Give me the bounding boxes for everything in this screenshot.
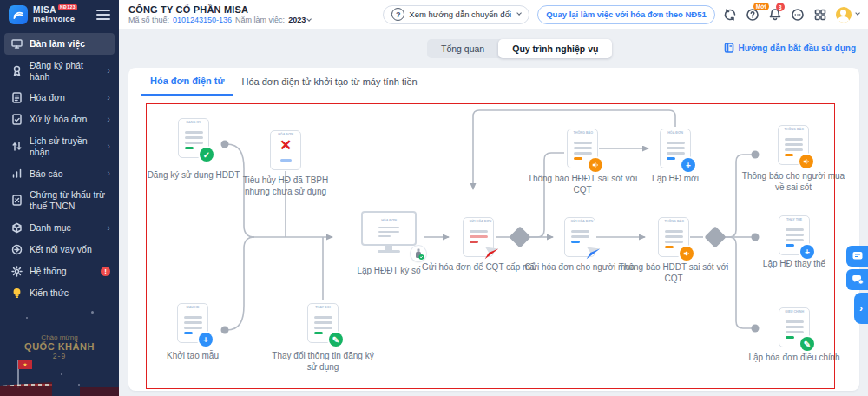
year-label: Năm làm việc: [235,16,285,24]
conversion-guide-dropdown[interactable]: ? Xem hướng dẫn chuyển đổi [383,5,529,24]
expand-panel-tab[interactable]: › [854,293,868,324]
flow-node-send-invoice-to-tax-authority[interactable]: GỬI HÓA ĐƠN Gửi hóa đơn để CQT cấp mã [422,217,535,274]
document-icon: THÔNG BÁO [658,217,689,257]
cube-icon [11,222,23,234]
back-to-nd51-button[interactable]: Quay lại làm việc với hóa đơn theo NĐ51 [537,5,715,24]
nd123-badge: NĐ123 [58,4,77,10]
invoice-icon [11,92,23,103]
chevron-down-icon [306,16,312,22]
sidebar-menu: Bàn làm việc Đăng ký phát hành› Hóa đơn›… [0,33,119,304]
paper-plane-red-icon [482,243,501,262]
flow-node-destroy-old-invoices[interactable]: HÓA ĐƠN ✕ Tiêu hủy HĐ đã TBPH nhưng chưa… [229,130,342,197]
chat-support-button[interactable] [846,269,868,290]
flow-node-create-adjustment-invoice[interactable]: ĐIỀU CHỈNH ✎ Lập hóa đơn điều chỉnh [738,307,851,364]
document-icon: GỬI HÓA ĐƠN [564,217,595,257]
notification-count-badge: 3 [776,3,785,11]
flow-node-create-replacement-invoice[interactable]: THAY THẾ + Lập HĐ thay thế [738,215,851,270]
avatar [836,7,852,23]
more-options-button[interactable] [791,7,806,22]
brand-text: MISANĐ123 meInvoice [33,6,77,23]
plus-badge-icon: + [681,158,695,172]
gear-icon [11,266,23,277]
banner-decoration [80,387,119,396]
flow-node-create-new-invoice[interactable]: HÓA ĐƠN + Lập HĐ mới [619,129,732,185]
working-year-select[interactable]: 2023 [288,16,311,24]
chevron-right-icon: › [107,223,110,233]
tab-overview[interactable]: Tổng quan [427,39,498,58]
book-icon [724,43,734,53]
sync-button[interactable] [723,7,738,22]
sidebar-item-invoice-processing[interactable]: Xử lý hóa đơn› [0,109,119,130]
flow-node-create-template[interactable]: MẪU HĐ + Khởi tạo mẫu [136,303,249,362]
tab-e-invoice[interactable]: Hóa đơn điện tử [141,68,233,96]
document-icon: HÓA ĐƠN ✕ [270,130,301,170]
sidebar-item-invoice[interactable]: Hóa đơn› [0,87,119,109]
paper-plane-blue-icon [583,243,602,262]
help-circle-icon: ? [391,8,404,21]
tax-code-link[interactable]: 0101243150-136 [173,16,232,24]
sidebar-item-transfer-history[interactable]: Lịch sử truyền nhận› [0,130,119,162]
whats-new-button[interactable]: Mới [746,7,760,22]
flow-node-change-registration-info[interactable]: THAY ĐỔI ✎ Thay đổi thông tin đăng ký sử… [266,303,379,373]
chevron-right-icon: › [107,168,110,178]
chevron-right-icon: › [107,115,110,124]
chevron-right-icon: › [107,142,110,151]
sidebar-item-reports[interactable]: Báo cáo› [0,162,119,184]
hamburger-menu-icon[interactable] [96,7,110,23]
sidebar-item-tax-deduction-docs[interactable]: Chứng từ khấu trừ thuế TNCN [0,184,119,216]
sidebar-item-issue-registration[interactable]: Đăng ký phát hành› [0,55,119,87]
company-name: CÔNG TY CỔ PHẦN MISA [128,4,311,16]
sidebar-item-loan-connection[interactable]: Kết nối vay vốn [0,239,119,261]
app-logo: MISANĐ123 meInvoice [0,0,119,29]
speaker-badge-icon [589,158,602,172]
tab-business-process[interactable]: Quy trình nghiệp vụ [498,39,612,58]
flow-node-notify-buyer-of-error[interactable]: THÔNG BÁO Thông báo cho người mua về sai… [737,125,850,193]
document-icon: THAY ĐỔI ✎ [307,303,339,343]
red-x-icon: ✕ [271,138,300,153]
flowchart-highlight-box: ĐĂNG KÝ ✓ Đăng ký sử dụng HĐĐT HÓA ĐƠN ✕… [146,103,835,389]
notifications-button[interactable]: 3 [768,7,783,22]
sidebar-item-dashboard[interactable]: Bàn làm việc [4,33,115,55]
chevron-down-icon [516,10,522,16]
e-invoice-flowchart: ĐĂNG KÝ ✓ Đăng ký sử dụng HĐĐT HÓA ĐƠN ✕… [147,104,834,388]
check-badge-icon: ✓ [200,148,214,162]
document-icon: ĐĂNG KÝ ✓ [178,118,209,158]
holiday-banner: Chào mừng QUỐC KHÁNH 2-9 [0,333,119,360]
user-menu[interactable] [836,7,859,23]
chevron-right-icon: › [107,66,110,76]
pencil-badge-icon: ✎ [329,333,343,346]
tab-pos-e-invoice[interactable]: Hóa đơn điện tử khởi tạo từ máy tính tiề… [233,68,425,96]
process-invoice-icon [11,114,23,125]
misa-logo-icon [9,5,28,24]
up-down-arrows-icon [11,141,23,152]
feedback-widget-button[interactable] [846,246,868,267]
pencil-badge-icon: ✎ [800,337,814,351]
sidebar-item-system[interactable]: Hệ thống ! [0,261,119,282]
computer-monitor-icon: HÓA ĐƠN [358,211,419,256]
flow-node-notify-error-to-tax-authority[interactable]: THÔNG BÁO Thông báo HĐĐT sai sót với CQT [617,217,730,284]
lightbulb-icon [11,287,23,299]
top-header: CÔNG TY CỔ PHẦN MISA Mã số thuế: 0101243… [119,0,868,29]
sidebar: MISANĐ123 meInvoice Bàn làm việc Đăng ký… [0,0,119,396]
bar-chart-icon [11,168,23,179]
loan-link-icon [11,244,23,255]
sidebar-item-categories[interactable]: Danh mục› [0,217,119,239]
document-icon: THÔNG BÁO [567,129,598,168]
speaker-badge-icon [799,155,813,168]
getting-started-guide-link[interactable]: Hướng dẫn bắt đầu sử dụng [724,43,856,53]
vietnam-flag-icon: ★ [18,360,32,369]
desktop-icon [11,38,23,50]
invoice-type-tabs: Hóa đơn điện tử Hóa đơn điện tử khởi tạo… [128,68,859,96]
document-icon: MẪU HĐ + [177,303,208,343]
document-icon: ĐIỀU CHỈNH ✎ [779,307,810,347]
system-alert-badge: ! [101,267,110,276]
banner-decoration [0,382,52,396]
process-card: Hóa đơn điện tử Hóa đơn điện tử khởi tạo… [128,68,859,391]
document-icon: HÓA ĐƠN + [660,129,691,168]
speaker-badge-icon [680,247,694,261]
company-block: CÔNG TY CỔ PHẦN MISA Mã số thuế: 0101243… [128,4,311,24]
tax-label: Mã số thuế: [128,16,169,24]
plus-badge-icon: + [800,245,814,259]
sidebar-item-knowledge[interactable]: Kiến thức [0,282,119,304]
apps-grid-button[interactable] [813,7,828,22]
